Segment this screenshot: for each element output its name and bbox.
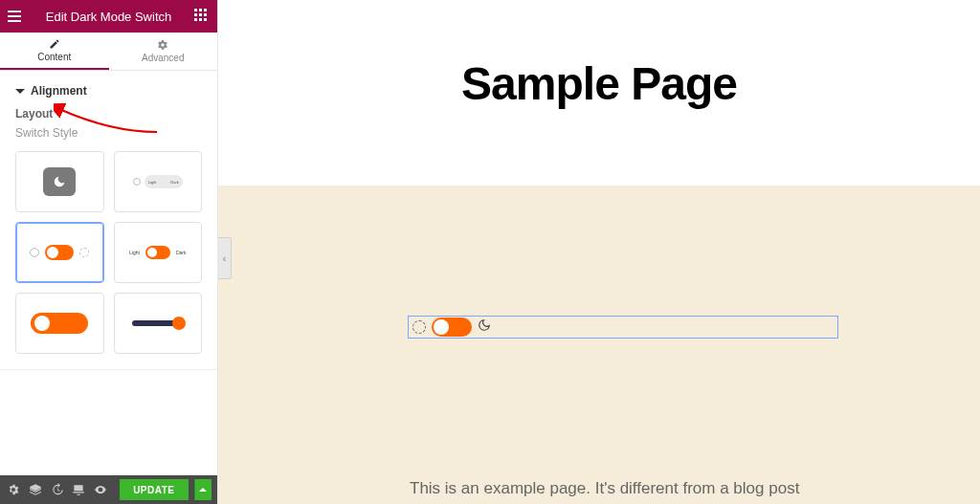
- label-dark: Dark: [170, 180, 178, 185]
- switch-style-1[interactable]: [15, 151, 104, 212]
- section-alignment-header[interactable]: Alignment: [0, 71, 217, 107]
- update-button[interactable]: UPDATE: [120, 479, 188, 500]
- panel-header: Edit Dark Mode Switch: [0, 0, 217, 33]
- preview-body-text: This is an example page. It's different …: [410, 479, 923, 498]
- moon-block-icon: [43, 167, 76, 196]
- label-light: Light: [129, 250, 140, 255]
- section-alignment-body: Layout Switch Style: [0, 107, 217, 370]
- switch-style-2-preview: Light Dark: [133, 175, 183, 188]
- sun-icon: [412, 320, 426, 334]
- section-alignment-title: Alignment: [31, 84, 87, 98]
- tab-advanced[interactable]: Advanced: [109, 33, 218, 70]
- settings-icon[interactable]: [6, 480, 22, 499]
- panel-body: Alignment Layout Switch Style: [0, 71, 217, 475]
- caret-down-icon: [15, 89, 25, 94]
- responsive-icon[interactable]: [71, 480, 87, 499]
- switch-style-5[interactable]: [15, 293, 104, 354]
- pill-toggle-icon: [31, 313, 88, 334]
- tab-advanced-label: Advanced: [142, 53, 184, 63]
- label-dark: Dark: [176, 250, 187, 255]
- switch-style-6[interactable]: [114, 293, 203, 354]
- switch-style-grid: Light Dark Lig: [15, 151, 202, 354]
- pencil-icon: [49, 38, 60, 50]
- content-band: [218, 186, 980, 504]
- slider-toggle-icon: [132, 320, 184, 326]
- label-light: Light: [148, 180, 157, 185]
- history-icon[interactable]: [49, 480, 65, 499]
- page-title: Sample Page: [218, 0, 980, 186]
- field-switch-style-label: Switch Style: [15, 126, 202, 140]
- collapse-panel-handle[interactable]: ‹: [218, 237, 232, 279]
- toggle-icon: [45, 245, 74, 260]
- switch-style-4[interactable]: Light Dark: [114, 222, 203, 283]
- preview-icon[interactable]: [93, 480, 109, 499]
- gear-icon: [157, 39, 168, 51]
- switch-style-4-preview: Light Dark: [129, 246, 186, 259]
- toggle-icon: [145, 246, 170, 259]
- moon-icon: [30, 248, 39, 257]
- preview-canvas: Sample Page ‹ This is an example page. I…: [218, 0, 980, 504]
- elementor-sidebar: Edit Dark Mode Switch Content Advanced A…: [0, 0, 218, 504]
- dark-mode-switch-widget[interactable]: [408, 316, 838, 339]
- tab-content[interactable]: Content: [0, 33, 109, 70]
- moon-icon: [478, 318, 491, 336]
- caret-up-icon: [199, 488, 207, 492]
- update-options-button[interactable]: [194, 479, 212, 500]
- switch-style-2[interactable]: Light Dark: [114, 151, 203, 212]
- panel-title: Edit Dark Mode Switch: [46, 10, 172, 24]
- tab-content-label: Content: [37, 52, 71, 62]
- switch-style-3-preview: [30, 245, 89, 260]
- navigator-icon[interactable]: [28, 480, 44, 499]
- panel-tabs: Content Advanced: [0, 33, 217, 71]
- dark-mode-toggle[interactable]: [432, 318, 472, 337]
- widgets-grid-icon[interactable]: [194, 9, 210, 24]
- menu-icon[interactable]: [8, 9, 23, 24]
- gear-icon: [133, 178, 141, 186]
- gear-icon: [79, 248, 89, 257]
- panel-footer: UPDATE: [0, 475, 217, 504]
- switch-style-3[interactable]: [15, 222, 104, 283]
- field-layout-label: Layout: [15, 107, 202, 121]
- chevron-left-icon: ‹: [223, 253, 226, 264]
